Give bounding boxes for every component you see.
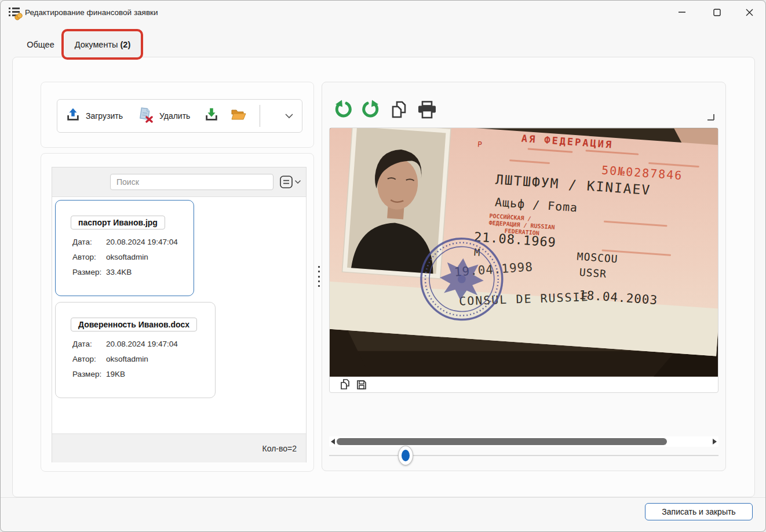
print-icon [417,101,437,119]
scroll-right-arrow[interactable] [713,439,717,444]
document-meta: Дата:20.08.2024 19:47:04 Автор:oksoftadm… [72,337,215,382]
print-button[interactable] [417,101,437,121]
documents-toolbar: Загрузить У [57,99,302,133]
copy-to-clipboard-button[interactable] [340,378,350,391]
copy-icon [340,378,350,391]
preview-panel: АЯ ФЕДЕРАЦИЯ P 50№0287846 ЛШТШФУМ / KINI… [322,82,726,471]
save-icon [356,380,367,390]
documents-list-groupbox: паспорт Иванов.jpg Дата:20.08.2024 19:47… [41,153,314,472]
copy-image-button[interactable] [390,100,407,122]
documents-tab-page: Загрузить У [12,57,755,497]
resize-grip[interactable] [707,113,715,123]
tab-general[interactable]: Общее [20,33,61,56]
date-value: 20.08.2024 19:47:04 [106,337,178,352]
document-card-power-of-attorney[interactable]: Доверенность Иванов.docx Дата:20.08.2024… [55,302,216,398]
passport-type-letter: P [477,140,483,149]
folder-icon [231,108,247,124]
documents-list: паспорт Иванов.jpg Дата:20.08.2024 19:47… [52,167,307,462]
copy-icon [390,100,407,119]
download-button[interactable] [204,107,219,125]
minimize-button[interactable] [669,3,695,21]
list-header [52,167,306,197]
size-value: 19KB [106,367,125,382]
chevron-down-icon [294,180,301,184]
open-folder-button[interactable] [231,108,247,124]
toolbar-groupbox: Загрузить У [41,82,314,148]
rotate-ccw-icon [334,100,353,119]
scroll-left-arrow[interactable] [331,439,335,444]
maximize-button[interactable] [704,3,729,21]
tab-documents[interactable]: Документы (2) [64,31,141,57]
author-label: Автор: [72,250,106,265]
save-and-close-button[interactable]: Записать и закрыть [645,503,753,520]
date-label: Дата: [72,235,106,250]
passport-image: АЯ ФЕДЕРАЦИЯ P 50№0287846 ЛШТШФУМ / KINI… [330,128,718,377]
document-meta: Дата:20.08.2024 19:47:04 Автор:oksoftadm… [72,235,194,280]
corner-grip-icon [707,114,715,121]
delete-document-icon [138,107,154,125]
panel-splitter[interactable] [316,266,321,287]
tab-documents-count: (2) [121,40,131,49]
passport-birth-place-line2: USSR [579,266,607,280]
document-filename: Доверенность Иванов.docx [71,318,197,331]
maximize-icon [713,9,721,16]
app-icon [8,5,23,23]
viewer-strip [330,377,718,392]
search-input[interactable] [110,174,273,190]
size-label: Размер: [72,367,106,382]
dialog-window: Редактирование финансовой заявки Общее Д… [0,0,766,532]
download-icon [204,107,219,125]
zoom-slider-thumb[interactable] [398,446,413,465]
upload-icon [65,107,81,125]
horizontal-scrollbar[interactable] [329,436,718,447]
author-value: oksoftadmin [106,352,148,367]
footer-separator [1,497,766,498]
save-image-button[interactable] [356,380,367,390]
rotate-clockwise-button[interactable] [360,100,380,122]
list-body: паспорт Иванов.jpg Дата:20.08.2024 19:47… [52,197,306,433]
view-options-button[interactable] [279,175,301,189]
size-value: 33.4KB [106,265,132,280]
window-title: Редактирование финансовой заявки [25,8,158,17]
tab-documents-label: Документы [75,40,118,49]
list-view-icon [279,175,293,189]
size-label: Размер: [72,265,106,280]
delete-button[interactable]: Удалить [138,107,190,125]
document-filename: паспорт Иванов.jpg [71,216,165,229]
zoom-slider-track[interactable] [329,455,718,456]
upload-button[interactable]: Загрузить [65,107,123,125]
rotate-cw-icon [360,100,380,119]
items-count: Кол-во=2 [262,444,297,453]
author-value: oksoftadmin [106,250,148,265]
delete-label: Удалить [159,111,190,121]
document-card-passport[interactable]: паспорт Иванов.jpg Дата:20.08.2024 19:47… [55,200,194,296]
image-viewer: АЯ ФЕДЕРАЦИЯ P 50№0287846 ЛШТШФУМ / KINI… [329,127,718,393]
chevron-down-icon [284,113,294,119]
upload-label: Загрузить [86,111,123,121]
list-footer: Кол-во=2 [52,433,306,462]
scrollbar-thumb[interactable] [337,438,667,445]
rotate-counterclockwise-button[interactable] [334,100,353,122]
author-label: Автор: [72,352,106,367]
minimize-icon [679,9,685,16]
date-value: 20.08.2024 19:47:04 [106,235,178,250]
close-icon [746,9,753,16]
toolbar-dropdown-chevron[interactable] [284,111,294,121]
close-button[interactable] [736,3,762,21]
toolbar-divider [260,105,260,127]
date-label: Дата: [72,337,106,352]
